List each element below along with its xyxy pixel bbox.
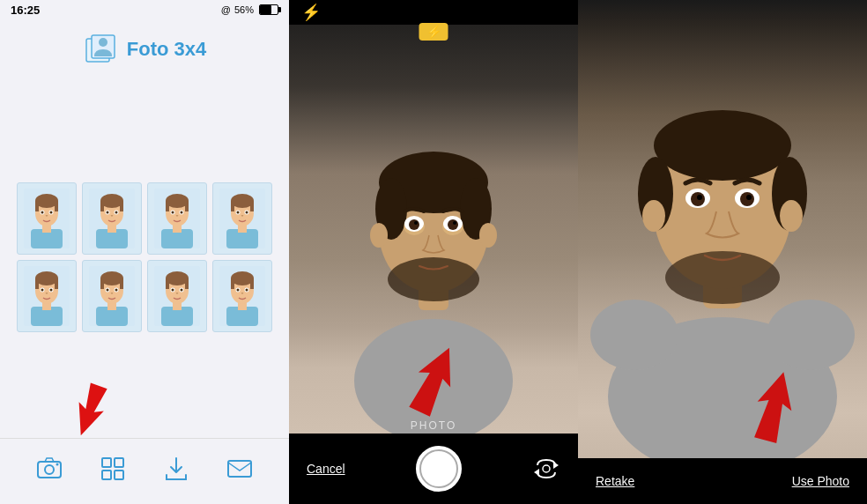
arrow-panel1 bbox=[55, 375, 125, 449]
svg-rect-52 bbox=[35, 278, 39, 289]
preview-viewport bbox=[578, 0, 867, 458]
svg-rect-30 bbox=[166, 201, 169, 211]
preview-person-photo bbox=[590, 18, 855, 458]
svg-point-2 bbox=[99, 38, 107, 47]
svg-marker-139 bbox=[748, 367, 800, 445]
app-header: Foto 3x4 bbox=[0, 19, 289, 76]
svg-rect-85 bbox=[231, 278, 234, 289]
svg-point-113 bbox=[414, 221, 418, 225]
svg-point-24 bbox=[115, 211, 118, 213]
svg-point-124 bbox=[767, 300, 855, 370]
svg-rect-74 bbox=[166, 278, 169, 289]
camera-icon bbox=[36, 456, 63, 482]
use-photo-button[interactable]: Use Photo bbox=[792, 474, 849, 488]
svg-rect-63 bbox=[100, 278, 104, 289]
status-icons: @ 56% bbox=[221, 4, 278, 15]
camera-top-bar: ⚡ bbox=[289, 0, 578, 25]
photo-row-1 bbox=[17, 182, 272, 255]
camera-toolbar-button[interactable] bbox=[32, 451, 67, 486]
preview-bottom-bar: Retake Use Photo bbox=[578, 458, 867, 504]
mail-icon bbox=[226, 456, 253, 482]
photo-thumb-5 bbox=[17, 260, 77, 332]
cancel-button[interactable]: Cancel bbox=[307, 462, 345, 476]
svg-marker-119 bbox=[553, 462, 559, 469]
photo-thumb-4 bbox=[212, 182, 272, 255]
svg-point-116 bbox=[479, 223, 497, 248]
svg-rect-96 bbox=[115, 458, 123, 467]
mail-toolbar-button[interactable] bbox=[222, 451, 257, 486]
svg-point-79 bbox=[181, 288, 183, 291]
svg-point-94 bbox=[56, 463, 59, 466]
grid-toolbar-button[interactable] bbox=[95, 451, 130, 486]
svg-point-34 bbox=[172, 211, 174, 213]
svg-point-67 bbox=[107, 288, 109, 291]
status-time: 16:25 bbox=[11, 4, 40, 17]
svg-point-121 bbox=[543, 465, 550, 472]
flash-icon[interactable]: ⚡ bbox=[301, 3, 321, 22]
svg-point-13 bbox=[50, 211, 53, 213]
svg-point-46 bbox=[246, 211, 248, 213]
app-icon bbox=[83, 32, 118, 67]
photo-row-2 bbox=[17, 260, 272, 332]
svg-rect-42 bbox=[250, 201, 254, 211]
photo-thumb-6 bbox=[82, 260, 142, 332]
svg-point-137 bbox=[642, 200, 665, 232]
battery-icon bbox=[259, 4, 278, 15]
shutter-button[interactable] bbox=[416, 446, 462, 492]
flash-badge: ⚡ bbox=[419, 23, 448, 41]
svg-rect-98 bbox=[115, 471, 123, 479]
preview-arrow-icon bbox=[735, 367, 814, 446]
svg-rect-19 bbox=[100, 201, 104, 211]
svg-point-112 bbox=[448, 219, 458, 230]
svg-point-89 bbox=[237, 288, 240, 291]
photo-thumb-8 bbox=[212, 260, 272, 332]
svg-rect-86 bbox=[250, 278, 254, 289]
svg-point-114 bbox=[453, 221, 456, 225]
svg-marker-120 bbox=[534, 469, 539, 476]
panel-camera-screen: ⚡ ⚡ PHOTO Cancel bbox=[289, 0, 578, 504]
svg-marker-118 bbox=[404, 340, 465, 419]
svg-rect-53 bbox=[55, 278, 58, 289]
svg-point-127 bbox=[654, 110, 791, 181]
svg-rect-31 bbox=[185, 201, 189, 211]
svg-point-93 bbox=[45, 465, 54, 474]
status-bar: 16:25 @ 56% bbox=[0, 0, 289, 19]
svg-point-136 bbox=[746, 195, 752, 200]
svg-marker-91 bbox=[69, 382, 112, 441]
svg-rect-20 bbox=[120, 201, 123, 211]
panel-app-screen: 16:25 @ 56% Foto 3x4 bbox=[0, 0, 289, 504]
svg-rect-75 bbox=[185, 278, 189, 289]
photo-grid bbox=[0, 76, 289, 438]
svg-point-12 bbox=[41, 211, 44, 213]
svg-point-45 bbox=[237, 211, 240, 213]
svg-point-23 bbox=[107, 211, 109, 213]
arrow-preview bbox=[735, 367, 814, 449]
retake-button[interactable]: Retake bbox=[596, 474, 634, 488]
arrow-camera bbox=[395, 340, 474, 423]
flip-camera-button[interactable] bbox=[532, 455, 560, 483]
svg-rect-41 bbox=[231, 201, 234, 211]
grid-icon bbox=[100, 456, 126, 482]
camera-arrow-icon bbox=[395, 340, 474, 419]
svg-point-123 bbox=[590, 300, 678, 370]
svg-rect-97 bbox=[102, 471, 111, 479]
svg-point-135 bbox=[697, 195, 702, 200]
bottom-toolbar bbox=[0, 438, 289, 504]
svg-rect-95 bbox=[102, 458, 111, 467]
svg-point-78 bbox=[172, 288, 174, 291]
photo-thumb-3 bbox=[147, 182, 207, 255]
svg-rect-8 bbox=[35, 201, 39, 211]
svg-point-138 bbox=[780, 200, 803, 232]
svg-rect-9 bbox=[55, 201, 58, 211]
svg-point-115 bbox=[370, 223, 388, 248]
shutter-inner bbox=[419, 449, 458, 488]
svg-point-106 bbox=[388, 257, 479, 301]
svg-point-68 bbox=[115, 288, 118, 291]
signal-icon: @ bbox=[221, 4, 231, 15]
svg-point-35 bbox=[181, 211, 183, 213]
camera-bottom-bar: Cancel bbox=[289, 434, 578, 504]
download-toolbar-button[interactable] bbox=[159, 451, 194, 486]
svg-point-57 bbox=[50, 288, 53, 291]
photo-thumb-7 bbox=[147, 260, 207, 332]
flip-camera-icon bbox=[534, 456, 559, 481]
